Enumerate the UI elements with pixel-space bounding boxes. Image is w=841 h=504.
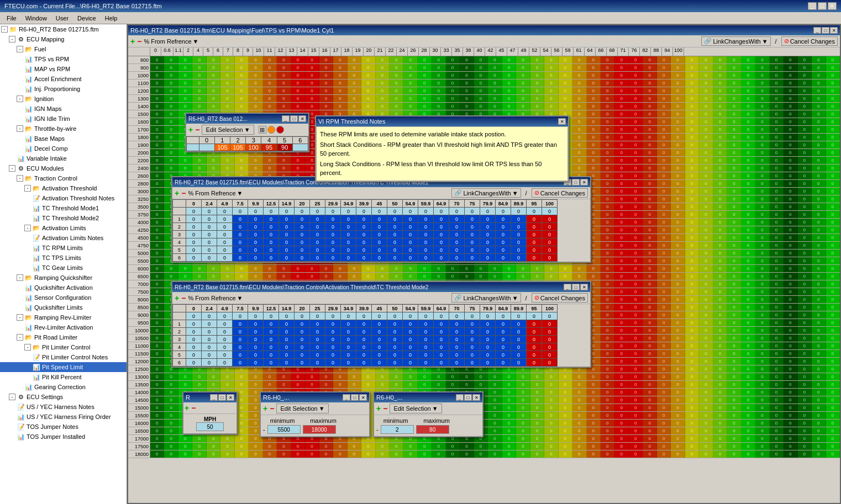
tc-mode2-percent-ref[interactable]: % From Refrence ▼ xyxy=(188,295,243,301)
tc-tps-limits-max[interactable]: □ xyxy=(464,394,472,401)
small-top-min[interactable]: _ xyxy=(282,115,290,122)
tc-mode1-max[interactable]: □ xyxy=(572,179,580,185)
tree-root[interactable]: - 📁 R6-H0_RT2 Base 012715.ftm xyxy=(0,24,127,34)
close-btn[interactable]: ✕ xyxy=(828,2,837,10)
tree-sensor-config[interactable]: 📊 Sensor Configuration xyxy=(0,293,127,303)
tree-tc-mode2[interactable]: 📊 TC Threshold Mode2 xyxy=(0,213,127,223)
menu-user[interactable]: User xyxy=(51,14,73,23)
color-icon1[interactable]: ⊞ xyxy=(259,126,266,134)
tc-tps-limits-min[interactable]: _ xyxy=(456,394,464,401)
pit-speed-min[interactable]: _ xyxy=(210,394,218,401)
expand-act-limits[interactable]: - xyxy=(24,225,31,231)
tc-tps-edit-btn[interactable]: Edit Selection ▼ xyxy=(390,404,441,413)
color-icon3[interactable] xyxy=(276,126,284,134)
tree-rrl[interactable]: - 📂 Ramping Rev-Limiter xyxy=(0,312,127,322)
main-fuel-close[interactable]: ✕ xyxy=(830,27,838,34)
tc-rpm-edit-btn[interactable]: Edit Selection ▼ xyxy=(276,404,328,413)
tc-mode1-percent-ref[interactable]: % From Refrence ▼ xyxy=(188,190,243,197)
tree-ecu-mapping[interactable]: - ⚙ ECU Mapping xyxy=(0,34,127,44)
tc-mode2-cancel-btn[interactable]: ⊘ Cancel Changes xyxy=(532,293,588,303)
percent-ref-dropdown[interactable]: ▼ xyxy=(193,38,199,45)
tree-map-rpm[interactable]: 📊 MAP vs RPM xyxy=(0,64,127,74)
tree-fuel[interactable]: - 📂 Fuel xyxy=(0,44,127,54)
tree-pit-road[interactable]: - 📂 Pit Road Limiter xyxy=(0,332,127,342)
percent-ref[interactable]: % From Refrence ▼ xyxy=(144,38,198,45)
tree-vi[interactable]: 📊 Variable Intake xyxy=(0,153,127,163)
tree-tc-rpm[interactable]: 📊 TC RPM Limits xyxy=(0,243,127,253)
tree-pit-control-notes[interactable]: 📝 Pit Limiter Control Notes xyxy=(0,352,127,362)
tree-tc-tps[interactable]: 📊 TC TPS Limits xyxy=(0,253,127,263)
small-top-max[interactable]: □ xyxy=(290,115,298,122)
expand-pit-control[interactable]: - xyxy=(24,344,31,351)
tc-mode1-link-dropdown[interactable]: ▼ xyxy=(512,190,518,197)
tree-tc-gear[interactable]: 📊 TC Gear Limits xyxy=(0,263,127,273)
link-changes-btn[interactable]: 🔗 LinkChangesWith ▼ xyxy=(701,36,770,46)
maximize-btn[interactable]: □ xyxy=(818,2,827,10)
tree-rqs[interactable]: - 📂 Ramping Quickshifter xyxy=(0,273,127,283)
tree-ecu-modules[interactable]: - ⚙ ECU Modules xyxy=(0,163,127,173)
pit-speed-max[interactable]: □ xyxy=(218,394,226,401)
expand-rqs[interactable]: - xyxy=(17,274,23,281)
tc-mode2-close[interactable]: ✕ xyxy=(580,284,588,290)
tree-base-maps[interactable]: 📊 Base Maps xyxy=(0,134,127,144)
tree-rev-limiter-act[interactable]: 📊 Rev-Limiter Activation xyxy=(0,322,127,332)
tree-pit-kill[interactable]: 📊 Pit Kill Percent xyxy=(0,372,127,382)
pit-speed-close[interactable]: ✕ xyxy=(227,394,234,401)
menu-device[interactable]: Device xyxy=(73,14,101,23)
cancel-changes-btn[interactable]: ⊘ Cancel Changes xyxy=(781,36,838,46)
tc-mode1-percent-dropdown[interactable]: ▼ xyxy=(237,190,243,197)
tree-us-yec-notes[interactable]: 📝 US / YEC Harness Notes xyxy=(0,402,127,412)
tree-quckshifter-act[interactable]: 📊 Quckshifter Activation xyxy=(0,283,127,293)
main-fuel-max[interactable]: □ xyxy=(822,27,829,34)
tc-rpm-max-input[interactable] xyxy=(303,425,336,434)
tree-accel[interactable]: 📊 Accel Enrichment xyxy=(0,74,127,84)
expand-rrl[interactable]: - xyxy=(17,314,23,321)
expand-root[interactable]: - xyxy=(1,26,8,33)
menu-window[interactable]: Window xyxy=(21,14,51,23)
tree-ign-idle[interactable]: 📊 IGN Idle Trim xyxy=(0,114,127,124)
tree-tbw[interactable]: - 📂 Throttle-by-wire xyxy=(0,124,127,134)
expand-ign[interactable]: - xyxy=(17,96,23,102)
tree-pit-speed[interactable]: 📊 Pit Speed Limit xyxy=(0,362,127,372)
expand-ecu-mapping[interactable]: - xyxy=(9,36,15,43)
link-changes-dropdown[interactable]: ▼ xyxy=(762,38,768,45)
tree-tos-installed[interactable]: 📊 TOS Jumper Installed xyxy=(0,432,127,442)
tc-tps-min-input[interactable] xyxy=(381,425,414,434)
tree-decel[interactable]: 📊 Decel Comp xyxy=(0,144,127,153)
tree-tos-notes[interactable]: 📝 TOS Jumper Notes xyxy=(0,422,127,432)
tc-rpm-min-input[interactable] xyxy=(267,425,301,434)
pit-speed-value[interactable] xyxy=(196,422,224,431)
tc-tps-max-input[interactable] xyxy=(416,425,449,434)
tree-act-limits[interactable]: - 📂 Activation Limits xyxy=(0,223,127,233)
tc-rpm-limits-max[interactable]: □ xyxy=(351,394,359,401)
tree-pit-control[interactable]: - 📂 Pit Limiter Control xyxy=(0,342,127,352)
tc-rpm-limits-close[interactable]: ✕ xyxy=(359,394,367,401)
vi-rpm-notes-close[interactable]: ✕ xyxy=(558,118,566,125)
expand-ecu-settings[interactable]: - xyxy=(9,394,15,400)
expand-tc[interactable]: - xyxy=(17,175,23,182)
main-fuel-min[interactable]: _ xyxy=(813,27,821,34)
tree-ecu-settings[interactable]: - ⚙ ECU Settings xyxy=(0,392,127,402)
tree-act-thresh-notes[interactable]: 📝 Activation Threshold Notes xyxy=(0,193,127,203)
tree-tc[interactable]: - 📂 Traction Control xyxy=(0,173,127,183)
small-top-edit-btn[interactable]: Edit Selection ▼ xyxy=(202,125,254,135)
tree-ignition[interactable]: - 📂 Ignition xyxy=(0,94,127,104)
tree-quckshifter-limits[interactable]: 📊 Quckshifter Limits xyxy=(0,303,127,312)
tc-mode2-percent-dropdown[interactable]: ▼ xyxy=(237,295,243,301)
tc-mode2-link-btn[interactable]: 🔗 LinkChangesWith ▼ xyxy=(451,293,521,303)
expand-pit-road[interactable]: - xyxy=(17,334,23,341)
tc-mode1-cancel-btn[interactable]: ⊘ Cancel Changes xyxy=(532,188,588,198)
tree-tc-mode1[interactable]: 📊 TC Threshold Mode1 xyxy=(0,203,127,213)
color-icon2[interactable] xyxy=(267,126,275,134)
tree-act-limits-notes[interactable]: 📝 Activation Limits Notes xyxy=(0,233,127,243)
tree-act-thresh[interactable]: - 📂 Activation Threshold xyxy=(0,183,127,193)
tree-ign-maps[interactable]: 📊 IGN Maps xyxy=(0,104,127,114)
small-top-close[interactable]: ✕ xyxy=(298,115,306,122)
expand-act-thresh[interactable]: - xyxy=(24,185,31,192)
menu-help[interactable]: Help xyxy=(101,14,122,23)
tc-mode1-close[interactable]: ✕ xyxy=(580,179,588,185)
tc-tps-limits-close[interactable]: ✕ xyxy=(472,394,480,401)
tc-mode2-link-dropdown[interactable]: ▼ xyxy=(512,295,518,301)
tc-mode1-link-btn[interactable]: 🔗 LinkChangesWith ▼ xyxy=(451,188,521,198)
tree-gearing[interactable]: 📊 Gearing Correction xyxy=(0,382,127,392)
